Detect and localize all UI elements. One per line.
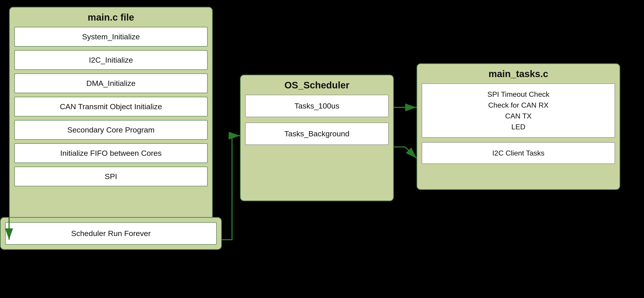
- tasks-100us-detail: SPI Timeout Check Check for CAN RX CAN T…: [422, 83, 615, 138]
- diagram-container: main.c file System_Initialize I2C_Initia…: [0, 0, 644, 298]
- os-scheduler-box: OS_Scheduler Tasks_100us Tasks_Backgroun…: [240, 75, 394, 201]
- item-i2c-initialize: I2C_Initialize: [14, 50, 208, 70]
- scheduler-run-box: Scheduler Run Forever: [0, 217, 222, 250]
- arrow-tasks-background-to-main: [394, 147, 416, 158]
- main-tasks-box: main_tasks.c SPI Timeout Check Check for…: [416, 63, 620, 190]
- item-secondary-core: Secondary Core Program: [14, 120, 208, 140]
- item-dma-initialize: DMA_Initialize: [14, 73, 208, 93]
- item-system-initialize: System_Initialize: [14, 27, 208, 46]
- tasks-background-detail: I2C Client Tasks: [422, 142, 615, 164]
- scheduler-run-label: Scheduler Run Forever: [5, 222, 217, 245]
- main-c-box: main.c file System_Initialize I2C_Initia…: [9, 7, 213, 228]
- item-can-transmit: CAN Transmit Object Initialize: [14, 97, 208, 116]
- os-tasks-100us: Tasks_100us: [245, 95, 389, 117]
- main-c-title: main.c file: [14, 12, 208, 23]
- item-initialize-fifo: Initialize FIFO between Cores: [14, 143, 208, 163]
- os-tasks-background: Tasks_Background: [245, 123, 389, 145]
- arrow-scheduler-run-to-os: [222, 136, 240, 240]
- os-scheduler-title: OS_Scheduler: [245, 80, 389, 91]
- item-spi: SPI: [14, 167, 208, 186]
- main-tasks-title: main_tasks.c: [422, 68, 615, 79]
